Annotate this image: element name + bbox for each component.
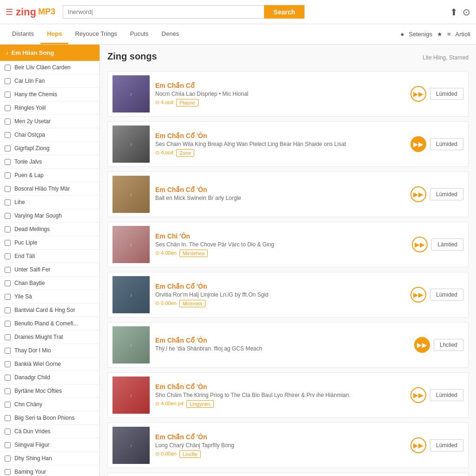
- sidebar-item[interactable]: Lihe: [0, 196, 99, 209]
- menu-icon[interactable]: ☰: [6, 7, 13, 17]
- song-title[interactable]: Em Chần Cổ 'Òn: [155, 433, 405, 441]
- action-button[interactable]: Lämtied: [431, 238, 463, 251]
- play-button[interactable]: ▶▶: [414, 337, 430, 353]
- sidebar-item[interactable]: Dhy Shing Han: [0, 452, 99, 465]
- sidebar-checkbox[interactable]: [5, 240, 11, 246]
- action-button[interactable]: Lümided: [430, 389, 463, 401]
- search-button[interactable]: Search: [264, 5, 304, 19]
- sidebar-item[interactable]: Cä Dun Vrides: [0, 425, 99, 438]
- sidebar-checkbox[interactable]: [5, 280, 11, 286]
- sidebar-checkbox[interactable]: [5, 119, 11, 125]
- sidebar-checkbox[interactable]: [5, 159, 11, 165]
- settings-link[interactable]: Setenigs: [409, 31, 432, 38]
- sidebar-item[interactable]: Hany the Chemis: [0, 88, 99, 101]
- star-icon[interactable]: ★: [437, 31, 443, 38]
- tab-pucuts[interactable]: Pucuts: [124, 25, 155, 44]
- sidebar-checkbox[interactable]: [5, 78, 11, 84]
- sidebar-checkbox[interactable]: [5, 294, 11, 300]
- sidebar-item[interactable]: Car Liln Fan: [0, 74, 99, 88]
- sidebar-checkbox[interactable]: [5, 105, 11, 111]
- sidebar-checkbox[interactable]: [5, 213, 11, 219]
- action-button[interactable]: Lümided: [430, 138, 463, 150]
- sidebar-item[interactable]: Puen & Lap: [0, 169, 99, 182]
- play-button[interactable]: ▶▶: [410, 287, 426, 303]
- play-button[interactable]: ▶▶: [410, 387, 426, 403]
- tab-reyouce-trings[interactable]: Reyouce Trings: [68, 25, 123, 44]
- sidebar-checkbox[interactable]: [5, 334, 11, 340]
- sidebar-item[interactable]: Siingval Fiigur: [0, 438, 99, 452]
- play-button[interactable]: ▶▶: [410, 86, 426, 102]
- song-title[interactable]: Em Chần Cổ 'Òn: [155, 186, 405, 193]
- song-title[interactable]: Em Chần Cổ 'Òn: [155, 383, 405, 390]
- search-input[interactable]: [63, 5, 264, 19]
- play-button[interactable]: ▶▶: [410, 186, 426, 202]
- play-dot-icon[interactable]: ●: [400, 31, 404, 38]
- sidebar-item[interactable]: Biig Seri ta Boon Phions: [0, 411, 99, 425]
- sidebar-checkbox[interactable]: [5, 145, 11, 152]
- play-button[interactable]: ▶▶: [412, 237, 428, 252]
- sidebar-checkbox[interactable]: [5, 172, 11, 178]
- sidebar-item[interactable]: Drairies Miught Trat: [0, 331, 99, 344]
- sidebar-item[interactable]: Chai Ostçpa: [0, 128, 99, 142]
- sidebar-item[interactable]: Chan Baytle: [0, 277, 99, 290]
- song-title[interactable]: Em Chần Cổ 'Òn: [155, 132, 405, 139]
- sidebar-item[interactable]: Thay Dor I Mio: [0, 344, 99, 357]
- sidebar-checkbox[interactable]: [5, 361, 11, 367]
- sidebar-checkbox[interactable]: [5, 199, 11, 205]
- sidebar-checkbox[interactable]: [5, 186, 11, 192]
- sidebar-checkbox[interactable]: [5, 92, 11, 98]
- sidebar-item[interactable]: Bankiä Wiel Gorne: [0, 357, 99, 371]
- play-button[interactable]: ▶▶: [410, 136, 426, 152]
- action-button[interactable]: Lümided: [430, 88, 463, 100]
- sidebar-item[interactable]: End Täli: [0, 250, 99, 263]
- sidebar-item[interactable]: Puc Liple: [0, 236, 99, 250]
- sidebar-checkbox[interactable]: [5, 132, 11, 138]
- user-icon[interactable]: ⊙: [463, 7, 470, 18]
- song-title[interactable]: Em Chì 'Ôn: [155, 232, 406, 240]
- tab-denes[interactable]: Denes: [155, 25, 186, 44]
- share-icon[interactable]: ⬆: [450, 7, 458, 18]
- action-button[interactable]: Lümided: [430, 439, 463, 451]
- sidebar-checkbox[interactable]: [5, 388, 11, 394]
- song-title[interactable]: Em Chần Cổ: [155, 82, 405, 89]
- sidebar-item[interactable]: Bosoral Hïäo Thly Mär: [0, 182, 99, 196]
- sidebar-item[interactable]: Beir Lïiv Cläen Carden: [0, 61, 99, 74]
- sidebar-item[interactable]: Tonle Jalvs: [0, 155, 99, 169]
- sidebar-item[interactable]: Riingles Yoiil: [0, 101, 99, 115]
- sidebar-item[interactable]: Baming Your: [0, 465, 99, 476]
- sidebar-checkbox[interactable]: [5, 321, 11, 327]
- sidebar-checkbox[interactable]: [5, 429, 11, 435]
- sidebar-item[interactable]: Benullo Pland & Comefi...: [0, 317, 99, 331]
- sidebar-checkbox[interactable]: [5, 415, 11, 421]
- action-button[interactable]: Lümided: [430, 289, 463, 301]
- sidebar-item[interactable]: Byrtäne Moc Ofties: [0, 384, 99, 398]
- sidebar-item[interactable]: Gigrfapl Ziong: [0, 142, 99, 155]
- filter-icon[interactable]: ≡: [447, 31, 451, 38]
- sidebar-item[interactable]: Danadgr Child: [0, 371, 99, 384]
- action-button[interactable]: Lümided: [430, 188, 463, 200]
- tab-distants[interactable]: Distants: [6, 25, 40, 44]
- sidebar-checkbox[interactable]: [5, 253, 11, 259]
- sidebar-checkbox[interactable]: [5, 375, 11, 381]
- sidebar-checkbox[interactable]: [5, 442, 11, 448]
- sidebar-item[interactable]: Men 2y Usetar: [0, 115, 99, 128]
- sidebar-item[interactable]: Dead Mellings: [0, 223, 99, 236]
- sidebar-checkbox[interactable]: [5, 307, 11, 313]
- song-title[interactable]: Em Chần Cổ 'Òn: [155, 283, 405, 290]
- sidebar-item[interactable]: Chn Chäny: [0, 398, 99, 411]
- sidebar-checkbox[interactable]: [5, 348, 11, 354]
- sidebar-checkbox[interactable]: [5, 226, 11, 232]
- action-button[interactable]: Lhclied: [434, 339, 463, 351]
- sidebar-item[interactable]: Yile Sà: [0, 290, 99, 304]
- sidebar-item[interactable]: Varying Mar Sough: [0, 209, 99, 223]
- sidebar-item[interactable]: Bantvial Card & Hng Sor: [0, 304, 99, 317]
- play-button[interactable]: ▶▶: [410, 437, 426, 453]
- song-title[interactable]: Em Chần Cổ 'Òn: [155, 337, 409, 344]
- sidebar-checkbox[interactable]: [5, 456, 11, 462]
- sidebar-item[interactable]: Unter Salfi Fer: [0, 263, 99, 277]
- sidebar-checkbox[interactable]: [5, 402, 11, 408]
- tab-hops[interactable]: Hops: [40, 25, 69, 44]
- sidebar-checkbox[interactable]: [5, 65, 11, 71]
- sidebar-checkbox[interactable]: [5, 469, 11, 475]
- artist-link[interactable]: Artioli: [455, 31, 470, 38]
